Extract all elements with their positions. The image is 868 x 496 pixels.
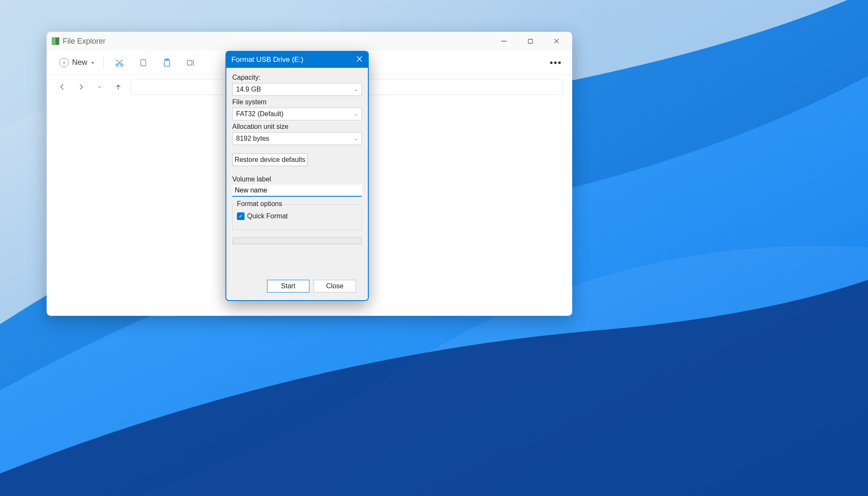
- dialog-titlebar: Format USB Drive (E:): [226, 52, 368, 68]
- chevron-down-icon: ⌄: [354, 86, 358, 92]
- svg-rect-9: [141, 59, 146, 66]
- dialog-actions: Start Close: [232, 272, 362, 300]
- paste-button[interactable]: [158, 54, 176, 72]
- close-button[interactable]: [550, 35, 563, 47]
- start-button[interactable]: Start: [267, 280, 309, 293]
- window-controls: [498, 35, 569, 47]
- more-button[interactable]: •••: [550, 57, 562, 68]
- window-title: File Explorer: [63, 37, 106, 46]
- new-button-label: New: [72, 58, 87, 67]
- titlebar: File Explorer: [47, 32, 572, 50]
- plus-circle-icon: +: [59, 58, 69, 67]
- chevron-down-icon: ▾: [92, 60, 94, 66]
- close-dialog-button[interactable]: Close: [314, 280, 356, 293]
- svg-rect-12: [187, 60, 192, 65]
- back-button[interactable]: [56, 81, 69, 93]
- chevron-down-icon: ⌄: [354, 136, 358, 142]
- copy-button[interactable]: [134, 54, 152, 72]
- new-button[interactable]: + New ▾: [57, 56, 97, 69]
- rename-button[interactable]: [182, 54, 200, 72]
- filesystem-label: File system: [232, 98, 362, 106]
- up-button[interactable]: [112, 81, 125, 93]
- format-progress-bar: [232, 237, 362, 244]
- quick-format-label: Quick Format: [247, 212, 288, 220]
- allocation-value: 8192 bytes: [236, 135, 269, 142]
- forward-button[interactable]: [75, 81, 87, 93]
- format-options-legend: Format options: [235, 200, 284, 208]
- quick-format-checkbox[interactable]: ✓: [237, 212, 245, 220]
- capacity-combobox[interactable]: 14.9 GB ⌄: [232, 83, 362, 96]
- dialog-close-button[interactable]: [356, 56, 363, 64]
- recent-locations-button[interactable]: [93, 81, 106, 93]
- dialog-title-text: Format USB Drive (E:): [231, 56, 303, 64]
- filesystem-combobox[interactable]: FAT32 (Default) ⌄: [232, 108, 362, 120]
- cut-button[interactable]: [111, 54, 128, 72]
- maximize-button[interactable]: [524, 35, 537, 47]
- format-dialog: Format USB Drive (E:) Capacity: 14.9 GB …: [225, 51, 369, 301]
- capacity-value: 14.9 GB: [236, 86, 261, 93]
- volume-label-label: Volume label: [232, 176, 362, 183]
- chevron-down-icon: ⌄: [354, 111, 358, 117]
- format-options-group: Format options ✓ Quick Format: [232, 204, 362, 230]
- allocation-label: Allocation unit size: [232, 123, 362, 131]
- minimize-button[interactable]: [498, 35, 510, 47]
- svg-rect-2: [528, 39, 532, 43]
- divider: [103, 56, 104, 70]
- filesystem-value: FAT32 (Default): [236, 110, 284, 118]
- dialog-body: Capacity: 14.9 GB ⌄ File system FAT32 (D…: [226, 68, 368, 300]
- allocation-combobox[interactable]: 8192 bytes ⌄: [232, 132, 362, 145]
- capacity-label: Capacity:: [232, 74, 362, 81]
- file-explorer-icon: [52, 37, 59, 45]
- volume-label-input[interactable]: [232, 185, 362, 197]
- restore-defaults-button[interactable]: Restore device defaults: [232, 153, 308, 166]
